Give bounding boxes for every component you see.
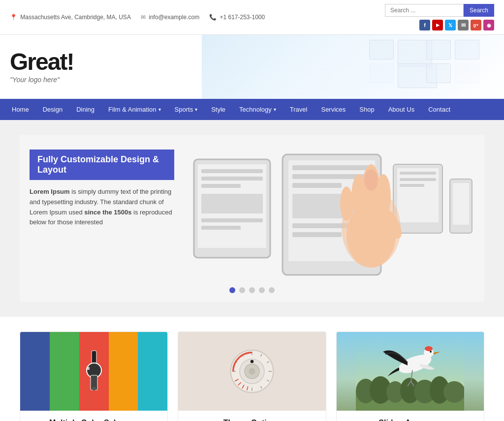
grid-cell (369, 63, 394, 83)
svg-rect-12 (292, 183, 342, 188)
devices-illustration-svg (189, 150, 474, 277)
email-social-icon[interactable]: ✉ (458, 20, 469, 30)
grid-cell (455, 63, 479, 83)
feature-image-dial (178, 332, 325, 411)
facebook-icon[interactable]: f (419, 20, 430, 30)
slider-content-area: Fully Customizable Design & Layout Lorem… (20, 135, 484, 302)
color-stripe-orange (109, 332, 138, 411)
svg-point-27 (340, 186, 353, 221)
phone-contact: 📞 +1 617-253-1000 (209, 14, 265, 21)
svg-rect-35 (87, 367, 90, 370)
feature-image-colors (20, 332, 167, 411)
svg-rect-4 (201, 184, 241, 188)
svg-rect-5 (201, 194, 263, 213)
nav-style[interactable]: Style (204, 99, 232, 120)
top-right: Search f ▶ 𝕏 ✉ g+ ◉ (385, 4, 494, 30)
svg-rect-15 (292, 232, 342, 237)
svg-point-68 (425, 346, 433, 351)
instagram-icon[interactable]: ◉ (483, 20, 494, 30)
color-stripe-teal (138, 332, 167, 411)
email-icon: ✉ (141, 14, 146, 21)
top-bar: 📍 Massachusetts Ave, Cambridge, MA, USA … (0, 0, 504, 35)
feature-title-slider: Slider: Awesome (345, 419, 476, 421)
slider-dot-1[interactable] (229, 287, 235, 293)
address: 📍 Massachusetts Ave, Cambridge, MA, USA (10, 14, 131, 21)
twitter-icon[interactable]: 𝕏 (445, 20, 456, 30)
feature-image-bird (337, 332, 484, 411)
svg-point-29 (346, 204, 396, 268)
slider-bold-text: Lorem Ipsum (30, 188, 70, 195)
feature-body-colors: Multiple Color Schemes Various, carefull… (20, 411, 167, 421)
logo[interactable]: Great! "Your logo here" (10, 50, 73, 84)
slider-body-text: Lorem Ipsum is simply dummy text of the … (30, 187, 174, 228)
color-stripe-blue (20, 332, 50, 411)
bird-illustration (356, 332, 464, 411)
slider-dot-3[interactable] (249, 287, 255, 293)
svg-rect-2 (201, 169, 263, 173)
feature-card-slider: Slider: Awesome Custom fields can, be us… (336, 331, 484, 421)
dropdown-arrow: ▾ (158, 107, 161, 112)
svg-point-55 (249, 368, 255, 374)
search-input[interactable] (385, 4, 464, 17)
search-button[interactable]: Search (464, 4, 494, 17)
logo-title: Great! (10, 50, 73, 74)
slider-dot-4[interactable] (259, 287, 265, 293)
svg-rect-19 (400, 178, 436, 181)
nav-contact[interactable]: Contact (421, 99, 457, 120)
logo-subtitle: "Your logo here" (10, 76, 73, 84)
grid-cell (426, 63, 451, 83)
slider-dots (229, 287, 275, 293)
nav-dining[interactable]: Dining (69, 99, 101, 120)
grid-cell (455, 40, 479, 60)
slider-text-content: Fully Customizable Design & Layout Lorem… (30, 150, 174, 228)
svg-rect-7 (201, 226, 241, 230)
dropdown-arrow: ▾ (195, 107, 197, 112)
nav-technology[interactable]: Technology ▾ (232, 99, 283, 120)
site-header: Great! "Your logo here" (0, 35, 504, 99)
google-plus-icon[interactable]: g+ (471, 20, 481, 30)
slider-dot-2[interactable] (239, 287, 245, 293)
location-icon: 📍 (10, 14, 17, 21)
svg-point-70 (430, 351, 432, 353)
svg-rect-22 (453, 183, 469, 225)
svg-point-56 (251, 360, 254, 363)
youtube-icon[interactable]: ▶ (432, 20, 443, 30)
nav-travel[interactable]: Travel (283, 99, 315, 120)
nav-sports[interactable]: Sports ▾ (168, 99, 205, 120)
svg-rect-17 (397, 168, 439, 222)
feature-body-options: Theme Options Upload your logo, insert y… (178, 411, 325, 421)
dial-svg (227, 347, 277, 396)
feature-card-colors: Multiple Color Schemes Various, carefull… (20, 331, 168, 421)
feature-title-options: Theme Options (186, 419, 317, 421)
nav-shop[interactable]: Shop (352, 99, 381, 120)
feature-card-options: Theme Options Upload your logo, insert y… (178, 331, 326, 421)
svg-point-34 (92, 387, 96, 391)
features-section: Multiple Color Schemes Various, carefull… (0, 317, 504, 421)
svg-rect-3 (201, 177, 263, 180)
svg-point-30 (364, 169, 378, 191)
slider-dot-5[interactable] (269, 287, 275, 293)
grid-cell (369, 40, 394, 60)
slider-illustration (189, 150, 474, 277)
phone-icon: 📞 (209, 14, 217, 21)
contact-info: 📍 Massachusetts Ave, Cambridge, MA, USA … (10, 14, 265, 21)
main-nav: Home Design Dining Film & Animation ▾ Sp… (0, 99, 504, 120)
search-box[interactable]: Search (385, 4, 494, 17)
dropdown-arrow: ▾ (274, 107, 276, 112)
slider-bold-text-2: since the 1500s (84, 209, 131, 216)
color-stripe-green (50, 332, 79, 411)
feature-title-colors: Multiple Color Schemes (28, 419, 159, 421)
svg-rect-20 (400, 184, 424, 187)
header-grid-decoration (369, 40, 479, 99)
nav-home[interactable]: Home (5, 99, 36, 120)
feature-body-slider: Slider: Awesome Custom fields can, be us… (337, 411, 484, 421)
nav-film-animation[interactable]: Film & Animation ▾ (101, 99, 168, 120)
social-icons: f ▶ 𝕏 ✉ g+ ◉ (419, 20, 494, 30)
nav-services[interactable]: Services (314, 99, 352, 120)
hero-slider: Fully Customizable Design & Layout Lorem… (0, 120, 504, 317)
nav-design[interactable]: Design (36, 99, 69, 120)
nav-about[interactable]: About Us (381, 99, 421, 120)
svg-rect-18 (400, 172, 436, 175)
email-contact: ✉ info@example.com (141, 14, 199, 21)
svg-rect-10 (292, 165, 371, 170)
